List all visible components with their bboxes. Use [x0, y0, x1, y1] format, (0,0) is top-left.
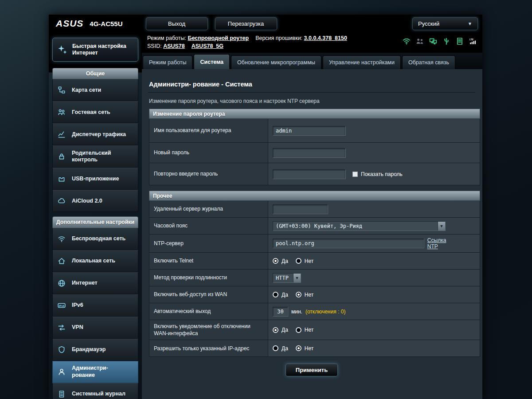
tab-firmware-upgrade[interactable]: Обновление микропрограммы [231, 55, 321, 69]
table-row: Разрешить только указанный IP-адрес Да Н… [149, 340, 480, 357]
ssid-5g-link[interactable]: ASUS78_5G [192, 43, 223, 49]
table-row: Включить веб-доступ из WAN Да Нет [149, 286, 480, 303]
usb-status-icon[interactable] [442, 37, 450, 45]
page-description: Изменение пароля роутера, часового пояса… [149, 98, 475, 104]
ip-restrict-label: Разрешить только указанный IP-адрес [149, 340, 268, 356]
log-status-icon[interactable] [456, 37, 464, 45]
logout-button[interactable]: Выход [146, 17, 208, 30]
auto-logout-input[interactable] [273, 307, 288, 317]
telnet-label: Включить Telnet [149, 253, 268, 269]
sidebar-item-administration[interactable]: Администри- рование [52, 361, 138, 383]
sidebar-section-general: Общие [52, 68, 138, 79]
model-name: 4G-AC55U [90, 20, 122, 27]
status-icons: LTE [403, 37, 477, 45]
svg-text:LTE: LTE [469, 38, 474, 41]
settings-table: Изменение пароля роутера Имя пользовател… [149, 109, 480, 357]
magic-sparkle-icon [56, 45, 69, 55]
sidebar-item-system-log[interactable]: Системный журнал [52, 383, 138, 399]
house-icon [55, 257, 68, 265]
ntp-link[interactable]: Ссылка NTP [427, 237, 458, 250]
wired-clients-status-icon[interactable] [429, 37, 437, 45]
telnet-no-radio[interactable] [296, 258, 301, 264]
table-row: Часовой пояс (GMT+03:00) Кувейт, Эр-Рияд… [149, 218, 480, 235]
wan-notify-yes-label: Да [282, 327, 288, 333]
tab-operation-mode[interactable]: Режим работы [143, 55, 192, 69]
main-content: Администри- рование - Система Изменение … [142, 69, 482, 399]
new-password-label: Новый пароль [149, 143, 268, 163]
title-divider [148, 92, 475, 93]
guest-network-icon [55, 108, 68, 116]
wan-notify-no-radio[interactable] [296, 327, 301, 333]
ip-restrict-yes-label: Да [282, 345, 288, 352]
firmware-version-link[interactable]: 3.0.0.4.378_8150 [304, 35, 347, 41]
lte-signal-icon[interactable]: LTE [469, 37, 477, 45]
wan-access-yes-radio[interactable] [273, 292, 278, 297]
apply-button[interactable]: Применить [286, 364, 338, 376]
username-label: Имя пользователя для роутера [149, 119, 268, 142]
traffic-chart-icon [55, 130, 68, 138]
telnet-yes-radio[interactable] [273, 258, 278, 264]
table-row: Включить уведомление об отключении WAN-и… [149, 320, 480, 340]
quick-setup-button[interactable]: Быстрая настройка Интернет [52, 38, 138, 62]
sidebar-item-usb-application[interactable]: USB-приложение [52, 168, 138, 190]
ip-restrict-no-radio[interactable] [296, 345, 301, 351]
operation-mode-link[interactable]: Беспроводной роутер [188, 35, 249, 41]
globe-icon [55, 279, 68, 287]
quick-setup-label: Быстрая настройка Интернет [72, 43, 134, 56]
retype-password-label: Повторно введите пароль [149, 163, 268, 185]
sidebar-item-lan[interactable]: Локальная сеть [52, 250, 138, 272]
sidebar-item-firewall[interactable]: Брандмауэр [52, 339, 138, 361]
top-bar: ASUS 4G-AC55U Выход Перезагрузка Русский… [49, 15, 482, 32]
wan-access-no-radio[interactable] [296, 292, 301, 297]
language-select[interactable]: Русский ▼ [412, 17, 478, 30]
ssid-2g-link[interactable]: ASUS78 [163, 43, 185, 49]
ntp-server-input[interactable] [273, 239, 424, 248]
section-header-misc: Прочее [149, 191, 480, 201]
sidebar-item-network-map[interactable]: Карта сети [52, 79, 138, 101]
tab-settings-management[interactable]: Управление настройками [323, 55, 401, 69]
wan-access-no-label: Нет [305, 292, 313, 298]
wan-notify-yes-radio[interactable] [273, 327, 278, 333]
ip-restrict-yes-radio[interactable] [273, 345, 278, 351]
timezone-select[interactable]: (GMT+03:00) Кувейт, Эр-Рияд ▼ [273, 221, 446, 231]
new-password-input[interactable] [273, 148, 346, 158]
tab-system[interactable]: Система [194, 54, 230, 69]
table-row: Удаленный сервер журнала [149, 201, 480, 218]
username-input[interactable] [273, 126, 346, 136]
puzzle-icon [55, 175, 68, 183]
clients-status-icon[interactable] [416, 37, 424, 45]
sidebar-item-wan[interactable]: Интернет [52, 272, 138, 294]
svg-text:IPv6: IPv6 [59, 305, 65, 307]
auth-method-label: Метод проверки подлинности [149, 270, 268, 286]
show-password-checkbox[interactable] [352, 172, 358, 177]
reboot-button[interactable]: Перезагрузка [215, 17, 277, 30]
tab-feedback[interactable]: Обратная связь [402, 55, 455, 69]
page-title: Администри- рование - Система [146, 74, 477, 92]
sidebar-section-advanced: Дополнительные настройки [52, 216, 138, 227]
router-admin-app: ASUS 4G-AC55U Выход Перезагрузка Русский… [49, 15, 482, 399]
sidebar-item-aicloud[interactable]: AiCloud 2.0 [52, 190, 138, 212]
table-row: Повторно введите пароль Показать пароль [149, 163, 480, 185]
auth-method-select[interactable]: HTTP ▼ [273, 273, 301, 283]
remote-log-input[interactable] [273, 204, 328, 214]
chevron-down-icon: ▼ [468, 21, 472, 26]
sidebar-item-traffic-manager[interactable]: Диспетчер трафика [52, 123, 138, 145]
sidebar-item-vpn[interactable]: VPN [52, 317, 138, 339]
asus-logo: ASUS [56, 18, 83, 29]
cloud-icon [55, 197, 68, 205]
firmware-label: Версия прошивки: [255, 35, 302, 41]
retype-password-input[interactable] [273, 169, 346, 179]
sidebar-item-guest-network[interactable]: Гостевая сеть [52, 101, 138, 123]
sidebar-item-parental-control[interactable]: Родительский контроль [52, 145, 138, 168]
ntp-server-label: NTP-сервер [149, 235, 268, 252]
ip-restrict-no-label: Нет [305, 345, 313, 352]
language-label: Русский [418, 20, 439, 27]
sidebar-item-ipv6[interactable]: IPv6 IPv6 [52, 294, 138, 317]
status-bar: Режим работы: Беспроводной роутер Версия… [142, 32, 482, 53]
table-row: Включить Telnet Да Нет [149, 253, 480, 270]
telnet-no-label: Нет [305, 258, 313, 264]
show-password-label: Показать пароль [361, 171, 403, 177]
wifi-status-icon[interactable] [403, 37, 411, 45]
sidebar-item-wireless[interactable]: Беспроводная сеть [52, 228, 138, 250]
wifi-icon [55, 235, 68, 243]
